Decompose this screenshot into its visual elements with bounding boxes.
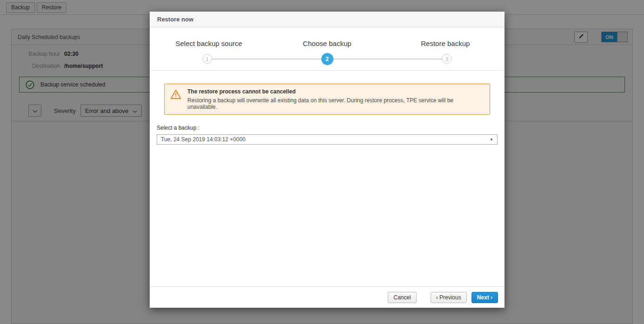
backup-select-value: Tue, 24 Sep 2019 14:03:12 +0000 [161, 136, 246, 143]
warning-text: Restoring a backup will overwrite all ex… [187, 97, 484, 110]
warning-triangle-icon [170, 89, 181, 99]
modal-body: The restore process cannot be cancelled … [150, 71, 505, 286]
cancel-button[interactable]: Cancel [388, 292, 416, 303]
step-label-choose-backup: Choose backup [268, 40, 386, 47]
next-button[interactable]: Next › [471, 292, 498, 303]
backup-select[interactable]: Tue, 24 Sep 2019 14:03:12 +0000 ▼ [157, 134, 498, 145]
step-circle-2-active: 2 [321, 53, 333, 65]
step-circle-3: 3 [442, 54, 452, 64]
step-label-select-source: Select backup source [150, 40, 268, 47]
previous-button[interactable]: ‹ Previous [431, 292, 467, 303]
modal-header: Restore now [150, 12, 505, 27]
select-backup-label: Select a backup : [157, 125, 498, 131]
wizard-step-labels: Select backup source Choose backup Resto… [150, 40, 505, 47]
modal-title: Restore now [157, 16, 193, 23]
warning-title: The restore process cannot be cancelled [187, 88, 484, 95]
warning-content: The restore process cannot be cancelled … [187, 88, 484, 110]
wizard-steps: Select backup source Choose backup Resto… [150, 27, 505, 71]
select-arrow-icon: ▼ [490, 138, 493, 142]
restore-wizard-modal: Restore now Select backup source Choose … [150, 12, 505, 308]
modal-footer: Cancel ‹ Previous Next › [150, 286, 505, 308]
wizard-step-track: 1 2 3 [150, 50, 505, 70]
warning-box: The restore process cannot be cancelled … [164, 84, 490, 115]
step-circle-1: 1 [202, 54, 212, 64]
step-label-restore-backup: Restore backup [386, 40, 505, 47]
